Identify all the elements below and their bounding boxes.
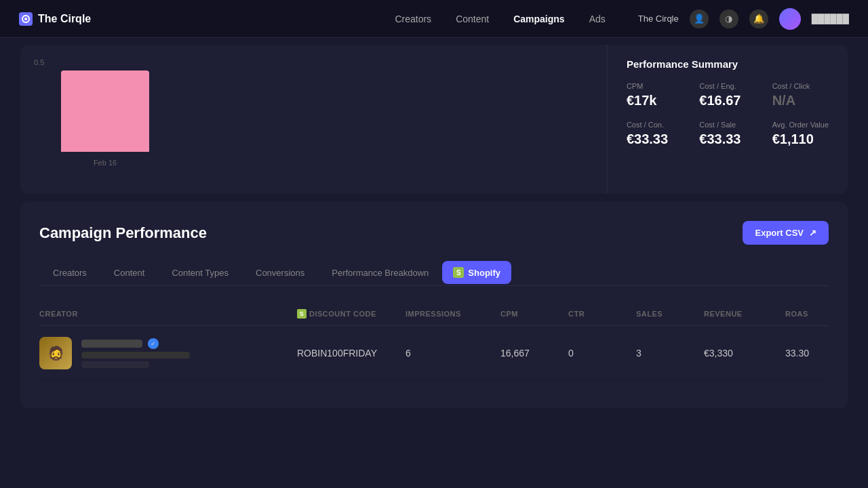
export-csv-button[interactable]: Export CSV ↗ [743,221,829,245]
th-sales: SALES [636,309,704,319]
perf-cost-eng-value: €16.67 [699,93,755,108]
tab-creators[interactable]: Creators [39,261,100,286]
theme-toggle-icon[interactable]: ◑ [719,9,738,28]
chart-bar [61,70,149,152]
th-ctr: CTR [568,309,636,319]
table-header: CREATOR S DISCOUNT CODE IMPRESSIONS CPM … [39,302,829,326]
chart-bars: Feb 16 [34,58,593,167]
td-cpm: 16,667 [500,348,568,359]
nav-brand-label: The Cirqle [638,14,679,24]
tabs-row: Creators Content Content Types Conversio… [39,261,829,286]
table-row: 🧔 ✓ ROBIN100FRIDAY 6 16,667 0 3 €3,3 [39,326,829,381]
creator-name-row: ✓ [81,338,190,349]
export-icon: ↗ [809,228,816,238]
username-label: ██████ [812,14,849,24]
td-revenue: €3,330 [704,348,785,359]
tab-performance-breakdown[interactable]: Performance Breakdown [318,261,442,286]
export-label: Export CSV [755,228,804,238]
perf-cost-sale: Cost / Sale €33.33 [699,121,755,147]
td-roas: 33.30 [785,348,840,359]
th-discount-code: S DISCOUNT CODE [297,309,406,319]
perf-cpm-label: CPM [627,82,683,90]
user-settings-icon[interactable]: 👤 [690,9,709,28]
chart-x-label: Feb 16 [94,159,117,167]
creator-name-blurred [81,340,142,348]
perf-cost-con-label: Cost / Con. [627,121,683,129]
nav-campaigns[interactable]: Campaigns [513,14,564,24]
tab-content-types[interactable]: Content Types [158,261,242,286]
campaign-header: Campaign Performance Export CSV ↗ [39,221,829,245]
perf-cost-con: Cost / Con. €33.33 [627,121,683,147]
td-discount-code: ROBIN100FRIDAY [297,348,406,359]
td-impressions: 6 [406,348,500,359]
nav-content[interactable]: Content [456,14,489,24]
nav-ads[interactable]: Ads [589,14,606,24]
creator-sub-info-1 [81,352,190,359]
chart-bar-group: Feb 16 [61,70,149,167]
shopify-discount-icon: S [297,309,307,319]
td-creator: 🧔 ✓ [39,337,297,369]
creator-avatar: 🧔 [39,337,72,369]
chart-y-label: 0.5 [34,58,44,66]
performance-summary: Performance Summary CPM €17k Cost / Eng.… [607,45,848,194]
campaign-section: Campaign Performance Export CSV ↗ Creato… [20,202,848,408]
perf-avg-order-label: Avg. Order Value [772,121,829,129]
main-content: 0.5 Feb 16 Performance Summary CPM €17k … [0,38,868,488]
top-section: 0.5 Feb 16 Performance Summary CPM €17k … [20,38,848,194]
navbar: The Cirqle Creators Content Campaigns Ad… [0,0,868,38]
avatar-image: 🧔 [39,337,72,369]
tab-content[interactable]: Content [100,261,159,286]
th-creator: CREATOR [39,309,297,319]
perf-cpm-value: €17k [627,93,683,108]
th-revenue: REVENUE [704,309,785,319]
creator-sub-info-2 [81,361,149,368]
logo-icon [19,12,33,26]
td-ctr: 0 [568,348,636,359]
nav-right: The Cirqle 👤 ◑ 🔔 ██████ [638,8,849,30]
perf-grid: CPM €17k Cost / Eng. €16.67 Cost / Click… [627,82,829,147]
shopify-icon: S [453,267,464,278]
perf-cost-eng-label: Cost / Eng. [699,82,755,90]
td-sales: 3 [636,348,704,359]
th-roas: ROAS [785,309,840,319]
svg-point-1 [24,18,27,20]
nav-links: Creators Content Campaigns Ads [395,14,605,24]
perf-cost-con-value: €33.33 [627,131,683,147]
perf-cost-sale-value: €33.33 [699,131,755,147]
chart-area: 0.5 Feb 16 [20,45,607,194]
tab-shopify[interactable]: S Shopify [442,261,511,284]
notifications-icon[interactable]: 🔔 [749,9,768,28]
perf-cost-click-label: Cost / Click [772,82,829,90]
perf-cost-click-value: N/A [772,93,829,108]
perf-summary-title: Performance Summary [627,58,829,70]
th-impressions: IMPRESSIONS [406,309,500,319]
perf-avg-order-value: €1,110 [772,131,829,147]
perf-cost-click: Cost / Click N/A [772,82,829,108]
logo[interactable]: The Cirqle [19,12,91,26]
perf-cost-eng: Cost / Eng. €16.67 [699,82,755,108]
perf-cost-sale-label: Cost / Sale [699,121,755,129]
brand-name: The Cirqle [38,13,91,25]
th-cpm: CPM [500,309,568,319]
creator-info: ✓ [81,338,190,368]
tab-conversions[interactable]: Conversions [242,261,318,286]
creator-verified-badge: ✓ [148,338,159,349]
nav-creators[interactable]: Creators [395,14,431,24]
perf-avg-order: Avg. Order Value €1,110 [772,121,829,147]
campaign-title: Campaign Performance [39,224,207,242]
user-avatar[interactable] [779,8,801,30]
perf-cpm: CPM €17k [627,82,683,108]
